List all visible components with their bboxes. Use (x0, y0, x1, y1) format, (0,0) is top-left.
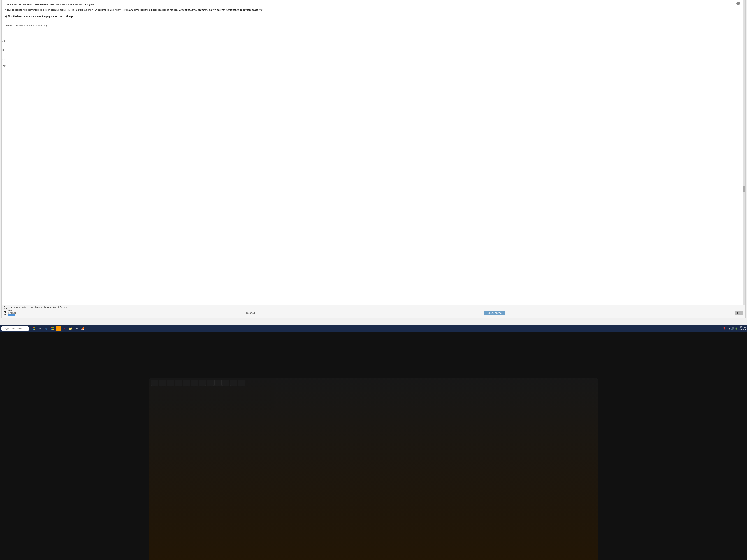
chapter-label: hapt (2, 64, 6, 66)
tools-label: ools f (2, 307, 10, 310)
scrollbar-thumb[interactable] (743, 186, 745, 192)
remaining-label: remaining (8, 312, 16, 314)
svg-rect-2 (32, 329, 34, 330)
search-wrapper: 🔍 (1, 326, 29, 331)
parts-remaining: 3 parts remaining (4, 310, 16, 316)
svg-rect-1 (34, 327, 35, 328)
screen-container: ? Use the sample data and confidence lev… (0, 0, 747, 560)
network-icon[interactable]: ⊞ (728, 327, 730, 330)
svg-rect-7 (52, 329, 54, 330)
side-det-label: det (2, 40, 5, 42)
key-3[interactable] (167, 380, 174, 386)
side-ext-label: ext (2, 58, 5, 60)
desk-area (0, 332, 747, 560)
clock-date: 12/4/2019 (738, 329, 746, 331)
parts-number: 3 (4, 311, 7, 316)
key-4[interactable] (175, 380, 182, 386)
content-area: ? Use the sample data and confidence lev… (1, 0, 746, 318)
amazon-button[interactable]: a (56, 326, 61, 331)
bottom-controls: 3 parts remaining Clear All Check Answer (4, 310, 743, 316)
svg-rect-5 (52, 327, 54, 328)
problem-text: A drug is used to help prevent blood clo… (5, 8, 742, 12)
taskbar-search-input[interactable] (1, 326, 29, 331)
next-arrow-button[interactable]: ▶ (739, 311, 743, 315)
prev-arrow-button[interactable]: ◀ (735, 311, 739, 315)
key-2[interactable] (159, 380, 166, 386)
svg-rect-4 (51, 327, 52, 328)
key-7[interactable] (199, 380, 206, 386)
task-view-button[interactable]: ⧉ (37, 326, 43, 331)
mail-button[interactable]: ✉ (74, 326, 79, 331)
taskbar: 🔍 ⧉ e a N 📁 ✉ 🦊 (0, 325, 747, 332)
svg-rect-0 (32, 327, 34, 328)
key-12[interactable] (238, 380, 245, 386)
clock-area[interactable]: 8:01 AM 12/4/2019 (738, 326, 746, 331)
keyboard-area (149, 378, 598, 560)
taskbar-right: ❓ ⌃ ⊞ 🔊 🔋 8:01 AM 12/4/2019 (723, 326, 746, 331)
start-button[interactable] (31, 326, 36, 331)
problem-italic: Construct a 99% confidence interval for … (179, 8, 263, 11)
content-bottom-bar: Enter your answer in the answer box and … (2, 305, 745, 318)
scrollbar-track[interactable] (743, 0, 745, 310)
parts-progress-bar (8, 314, 15, 316)
system-tray: ❓ ⌃ ⊞ 🔊 🔋 (723, 327, 737, 330)
clock-time: 8:01 AM (738, 326, 746, 329)
key-1[interactable] (151, 380, 158, 386)
svg-rect-3 (34, 329, 35, 330)
key-8[interactable] (206, 380, 214, 386)
key-5[interactable] (183, 380, 190, 386)
firefox-button[interactable]: 🦊 (80, 326, 85, 331)
parts-labels: parts remaining (8, 310, 16, 316)
divider (5, 13, 742, 14)
side-tcr-label: tCr (2, 49, 5, 51)
speaker-icon[interactable]: 🔊 (731, 327, 734, 330)
store-button[interactable] (50, 326, 55, 331)
nav-arrows: ◀ ▶ (735, 311, 743, 315)
enter-answer-text: Enter your answer in the answer box and … (4, 306, 743, 309)
round-hint: (Round to three decimal places as needed… (5, 24, 742, 27)
browser-area: ? Use the sample data and confidence lev… (0, 0, 747, 325)
key-11[interactable] (230, 380, 237, 386)
help-tray-icon[interactable]: ❓ (723, 327, 726, 330)
edge-button[interactable]: e (44, 326, 49, 331)
key-10[interactable] (222, 380, 230, 386)
answer-input-box[interactable] (5, 19, 8, 22)
part-a-label: a) Find the best point estimate of the p… (5, 15, 742, 18)
check-answer-button[interactable]: Check Answer (485, 311, 505, 315)
key-6[interactable] (191, 380, 198, 386)
battery-icon: 🔋 (735, 327, 737, 330)
folder-button[interactable]: 📁 (68, 326, 73, 331)
svg-rect-6 (51, 329, 52, 330)
instruction-text: Use the sample data and confidence level… (5, 3, 742, 6)
key-9[interactable] (214, 380, 222, 386)
clear-all-button[interactable]: Clear All (246, 312, 255, 314)
help-button[interactable]: ? (737, 2, 740, 5)
netflix-button[interactable]: N (62, 326, 67, 331)
taskbar-icons: ⧉ e a N 📁 ✉ 🦊 (31, 326, 85, 331)
caret-icon[interactable]: ⌃ (726, 327, 728, 329)
